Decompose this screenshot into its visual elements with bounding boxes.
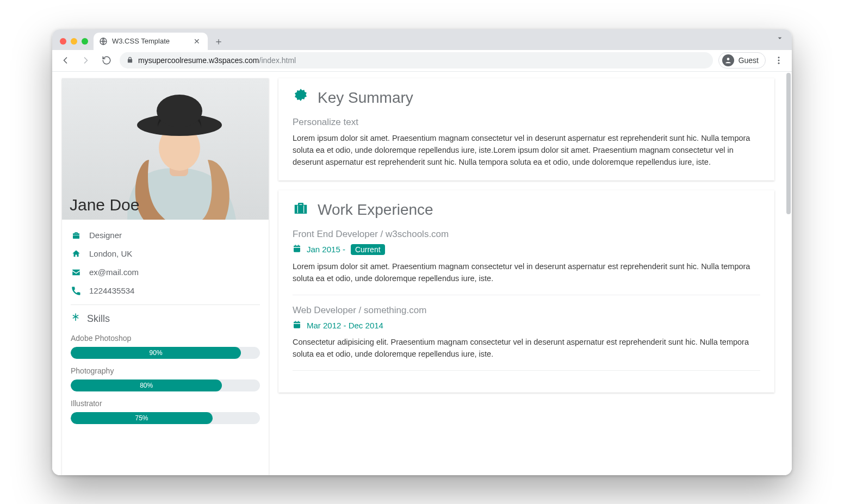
url-text: mysupercoolresume.w3spaces.com/index.htm…	[138, 56, 296, 65]
back-button[interactable]	[58, 53, 73, 68]
contact-info: Designer London, UK ex@mail.com	[62, 220, 269, 435]
job-body: Lorem ipsum dolor sit amet. Praesentium …	[293, 260, 760, 285]
info-location-text: London, UK	[89, 249, 132, 258]
browser-menu-button[interactable]	[771, 53, 786, 68]
summary-heading-text: Key Summary	[318, 89, 413, 107]
skill-label: Photography	[71, 366, 260, 375]
skill-bar: 80%	[71, 379, 260, 391]
browser-tab[interactable]: W3.CSS Template ✕	[94, 33, 208, 50]
skill-bar-fill: 80%	[71, 379, 222, 391]
job-dates-text: Jan 2015 -	[307, 245, 345, 254]
info-role-text: Designer	[89, 231, 122, 240]
tab-strip: W3.CSS Template ✕ ＋	[52, 29, 792, 50]
skill-item: Adobe Photoshop90%	[71, 334, 260, 359]
current-badge: Current	[351, 244, 385, 255]
page-viewport: Jane Doe Designer London, UK	[52, 72, 792, 475]
skill-bar-fill: 75%	[71, 412, 213, 424]
seal-icon	[293, 88, 309, 108]
skills-heading-text: Skills	[87, 313, 110, 325]
new-tab-button[interactable]: ＋	[211, 34, 226, 49]
info-location: London, UK	[71, 245, 260, 263]
minimize-window-dot[interactable]	[71, 38, 77, 45]
job-dates: Mar 2012 - Dec 2014	[293, 320, 760, 331]
tab-close-button[interactable]: ✕	[191, 36, 202, 46]
job-title: Web Developer / something.com	[293, 305, 760, 316]
skill-bar: 90%	[71, 347, 260, 359]
tabs-overflow-button[interactable]	[772, 32, 787, 47]
resume-page: Jane Doe Designer London, UK	[52, 72, 784, 475]
skill-label: Illustrator	[71, 399, 260, 408]
window-controls	[57, 38, 94, 50]
main-column: Key Summary Personalize text Lorem ipsum…	[278, 78, 774, 475]
job-title: Front End Developer / w3schools.com	[293, 229, 760, 240]
work-heading-text: Work Experience	[318, 201, 433, 219]
skill-item: Photography80%	[71, 366, 260, 391]
reload-button[interactable]	[99, 53, 114, 68]
profile-name: Jane Doe	[70, 196, 139, 214]
job-body: Consectetur adipisicing elit. Praesentiu…	[293, 336, 760, 360]
fullscreen-window-dot[interactable]	[82, 38, 88, 45]
globe-icon	[99, 37, 108, 46]
profile-chip[interactable]: Guest	[718, 52, 766, 69]
page-scrollbar[interactable]	[786, 73, 791, 214]
skills-heading: Skills	[71, 310, 260, 331]
lock-icon	[126, 56, 134, 65]
summary-body: Lorem ipsum dolor sit amet. Praesentium …	[293, 132, 760, 169]
url-host: mysupercoolresume.w3spaces.com	[138, 56, 259, 65]
divider	[293, 370, 760, 371]
phone-icon	[71, 286, 82, 296]
envelope-icon	[71, 267, 82, 277]
summary-panel: Key Summary Personalize text Lorem ipsum…	[278, 78, 774, 181]
user-icon	[722, 54, 734, 66]
divider	[293, 295, 760, 295]
browser-window: W3.CSS Template ✕ ＋ mysupercoolresume.w3…	[52, 29, 792, 475]
svg-point-4	[778, 63, 780, 64]
summary-heading: Key Summary	[293, 88, 760, 108]
browser-toolbar: mysupercoolresume.w3spaces.com/index.htm…	[52, 50, 792, 72]
calendar-icon	[293, 244, 301, 254]
svg-point-3	[778, 60, 780, 61]
svg-point-1	[727, 58, 729, 60]
info-email: ex@mail.com	[71, 263, 260, 282]
work-panel: Work Experience Front End Developer / w3…	[278, 190, 774, 393]
info-email-text: ex@mail.com	[89, 267, 139, 277]
job-dates-text: Mar 2012 - Dec 2014	[307, 321, 383, 330]
profile-photo: Jane Doe	[62, 78, 269, 220]
info-phone-text: 1224435534	[89, 286, 134, 295]
url-path: /index.html	[259, 56, 296, 65]
briefcase-icon	[71, 231, 82, 240]
skill-item: Illustrator75%	[71, 399, 260, 424]
asterisk-icon	[71, 313, 80, 325]
tab-title: W3.CSS Template	[112, 37, 187, 45]
skill-bar-fill: 90%	[71, 347, 241, 359]
home-icon	[71, 249, 82, 259]
svg-point-2	[778, 57, 780, 58]
suitcase-icon	[293, 200, 309, 220]
forward-button[interactable]	[78, 53, 94, 68]
skill-label: Adobe Photoshop	[71, 334, 260, 343]
close-window-dot[interactable]	[60, 38, 66, 45]
sidebar-card: Jane Doe Designer London, UK	[62, 78, 269, 475]
job-dates: Jan 2015 - Current	[293, 244, 760, 255]
profile-chip-label: Guest	[738, 56, 759, 65]
divider	[71, 304, 260, 305]
calendar-icon	[293, 320, 301, 331]
info-role: Designer	[71, 226, 260, 245]
work-heading: Work Experience	[293, 200, 760, 220]
summary-subheading: Personalize text	[293, 117, 760, 128]
address-bar[interactable]: mysupercoolresume.w3spaces.com/index.htm…	[120, 52, 713, 69]
info-phone: 1224435534	[71, 282, 260, 300]
skill-bar: 75%	[71, 412, 260, 424]
svg-point-9	[157, 95, 202, 127]
